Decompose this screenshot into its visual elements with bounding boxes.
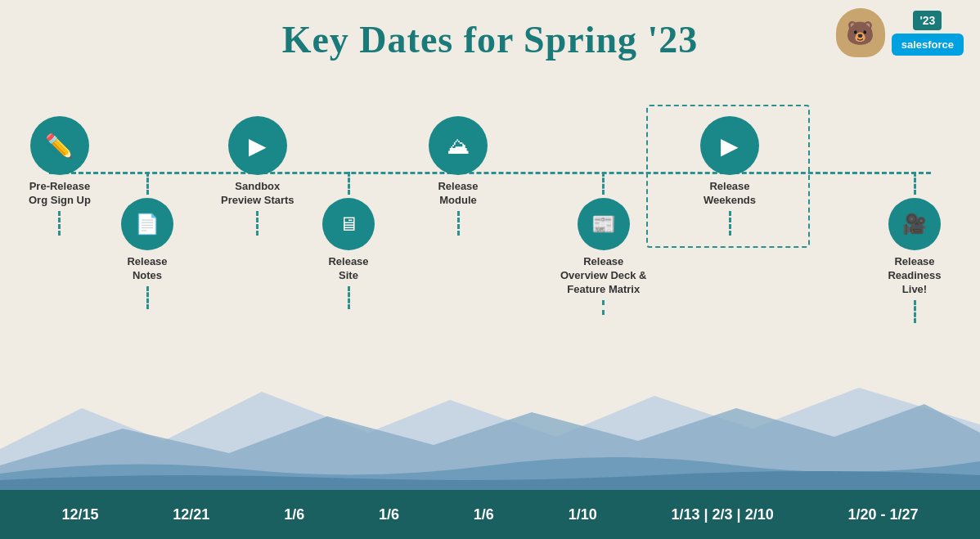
release-module-label: ReleaseModule bbox=[438, 180, 478, 208]
release-overview-label: ReleaseOverview Deck &Feature Matrix bbox=[560, 255, 647, 297]
pencil-icon: ✏️ bbox=[30, 116, 89, 175]
item-release-module: ⛰ ReleaseModule bbox=[429, 116, 488, 236]
release-weekends-label: ReleaseWeekends bbox=[704, 180, 756, 208]
item-release-site: 🖥 ReleaseSite bbox=[322, 172, 375, 309]
item-release-notes: 📄 ReleaseNotes bbox=[121, 172, 173, 309]
item-release-readiness: 🎥 Release ReadinessLive! bbox=[870, 172, 960, 323]
release-site-label: ReleaseSite bbox=[328, 255, 368, 283]
play-icon-weekends: ▶ bbox=[700, 116, 759, 175]
mascot-icon: 🐻 bbox=[836, 8, 885, 57]
date-bar: 12/15 12/21 1/6 1/6 1/6 1/10 1/13 | 2/3 … bbox=[0, 490, 980, 539]
release-readiness-connector-bottom bbox=[914, 300, 916, 323]
camera-icon: 🎥 bbox=[888, 198, 941, 250]
release-notes-label: ReleaseNotes bbox=[127, 255, 167, 283]
date-16b: 1/6 bbox=[379, 506, 399, 523]
release-notes-connector-bottom bbox=[146, 286, 149, 309]
date-1221: 12/21 bbox=[173, 506, 209, 523]
play-icon-sandbox: ▶ bbox=[228, 116, 287, 175]
notes-icon: 📄 bbox=[121, 198, 173, 250]
date-1215: 12/15 bbox=[61, 506, 98, 523]
release-readiness-connector-top bbox=[914, 172, 916, 195]
release-readiness-label: Release ReadinessLive! bbox=[870, 255, 960, 297]
sandbox-preview-label: SandboxPreview Starts bbox=[221, 180, 294, 208]
item-pre-release: ✏️ Pre-ReleaseOrg Sign Up bbox=[29, 116, 91, 236]
salesforce-logo: salesforce bbox=[892, 34, 964, 56]
release-site-connector-top bbox=[348, 172, 350, 195]
date-readiness: 1/20 - 1/27 bbox=[848, 506, 919, 523]
timeline-area: ✏️ Pre-ReleaseOrg Sign Up ▶ SandboxPrevi… bbox=[0, 98, 980, 458]
date-110: 1/10 bbox=[569, 506, 597, 523]
logo-area: 🐻 '23 salesforce bbox=[836, 8, 964, 57]
sandbox-connector bbox=[256, 211, 258, 236]
page-wrapper: Key Dates for Spring '23 🐻 '23 salesforc… bbox=[0, 0, 980, 539]
date-16a: 1/6 bbox=[284, 506, 304, 523]
release-site-connector-bottom bbox=[348, 286, 350, 309]
release-overview-connector-top bbox=[602, 172, 605, 195]
release-weekends-connector bbox=[729, 211, 731, 236]
release-notes-connector-top bbox=[146, 172, 149, 195]
pre-release-label: Pre-ReleaseOrg Sign Up bbox=[29, 180, 91, 208]
mountain-icon: ⛰ bbox=[429, 116, 488, 175]
grid-icon: 📰 bbox=[578, 198, 630, 250]
date-16c: 1/6 bbox=[474, 506, 494, 523]
item-release-weekends: ▶ ReleaseWeekends bbox=[700, 116, 759, 236]
item-sandbox-preview: ▶ SandboxPreview Starts bbox=[221, 116, 294, 236]
page-title: Key Dates for Spring '23 bbox=[0, 0, 980, 61]
date-weekends: 1/13 | 2/3 | 2/10 bbox=[672, 506, 774, 523]
pre-release-connector bbox=[58, 211, 61, 236]
release-overview-connector-bottom bbox=[602, 300, 605, 315]
item-release-overview: 📰 ReleaseOverview Deck &Feature Matrix bbox=[560, 172, 647, 315]
release-module-connector bbox=[457, 211, 460, 236]
spring23-badge: '23 bbox=[913, 11, 942, 30]
monitor-icon: 🖥 bbox=[322, 198, 375, 250]
